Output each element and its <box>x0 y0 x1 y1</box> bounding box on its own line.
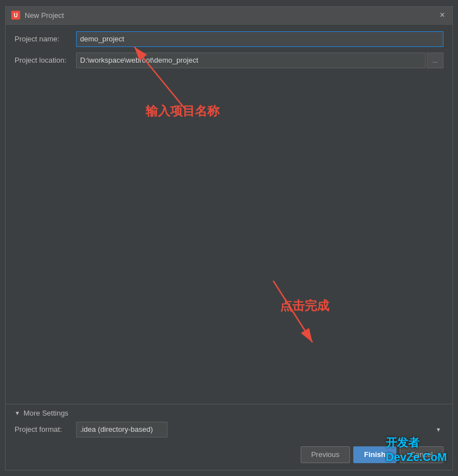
project-location-input[interactable] <box>76 53 426 68</box>
format-select[interactable]: .idea (directory-based) <box>76 422 167 437</box>
finish-button[interactable]: Finish <box>353 446 396 463</box>
format-row: Project format: .idea (directory-based) <box>15 422 443 437</box>
more-settings-header[interactable]: ▼ More Settings <box>15 409 443 417</box>
project-location-label: Project location: <box>15 56 76 64</box>
format-label: Project format: <box>15 425 76 433</box>
project-name-input[interactable] <box>76 31 443 47</box>
middle-area <box>15 74 443 397</box>
project-location-row: Project location: ... <box>15 53 443 68</box>
app-icon: U <box>11 11 20 20</box>
close-button[interactable]: × <box>438 11 447 20</box>
dialog-title: New Project <box>25 11 438 20</box>
project-name-label: Project name: <box>15 35 76 43</box>
title-bar: U New Project × <box>6 7 452 25</box>
format-select-wrapper: .idea (directory-based) <box>76 422 443 437</box>
cancel-button[interactable]: Cancel <box>400 446 443 463</box>
new-project-dialog: U New Project × Project name: Project lo… <box>5 6 453 470</box>
project-name-row: Project name: <box>15 31 443 47</box>
more-settings-section: ▼ More Settings Project format: .idea (d… <box>6 404 452 442</box>
content-area: Project name: Project location: ... 输入项目… <box>6 25 452 404</box>
expand-icon: ▼ <box>15 410 20 416</box>
browse-button[interactable]: ... <box>427 53 443 68</box>
previous-button[interactable]: Previous <box>301 446 350 463</box>
more-settings-label: More Settings <box>24 409 68 417</box>
buttons-bar: Previous Finish Cancel <box>6 442 452 470</box>
